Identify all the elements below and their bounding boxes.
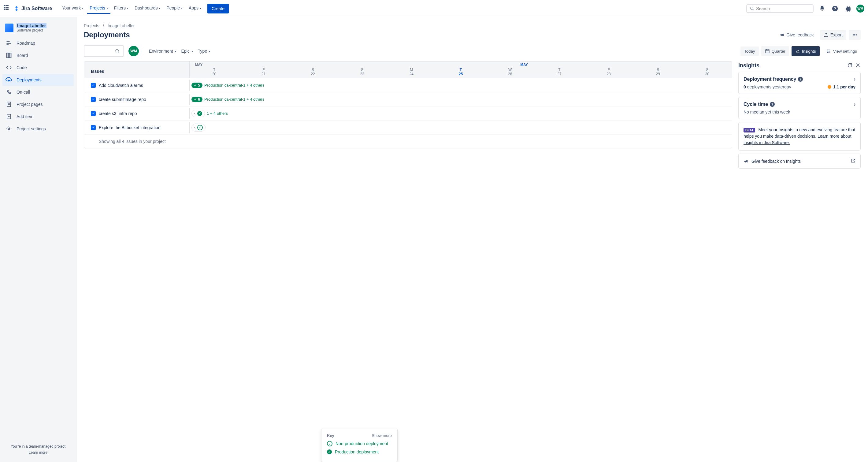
nav-projects[interactable]: Projects▾: [87, 3, 111, 14]
issue-row[interactable]: ✓create submitImage repo✓ 6Production ca…: [84, 92, 732, 106]
deploy-count-badge: ✓ 6: [191, 97, 203, 102]
check-circle-solid-icon: ✓: [197, 111, 202, 116]
date-column: S29: [633, 61, 683, 78]
issue-row[interactable]: ✓Add cloudwatch alarms✓ 5Production ca-c…: [84, 78, 732, 92]
export-button[interactable]: Export: [820, 30, 846, 40]
deployment-frequency-card[interactable]: Deployment frequency ? › 0 deployments y…: [738, 72, 861, 94]
svg-point-0: [750, 7, 753, 9]
close-icon[interactable]: [855, 62, 861, 69]
today-button[interactable]: Today: [740, 47, 759, 56]
page-title: Deployments: [84, 31, 130, 39]
filter-epic[interactable]: Epic▾: [181, 49, 193, 54]
nav-your-work[interactable]: Your work▾: [59, 3, 86, 14]
sidebar-item-project-pages[interactable]: Project pages: [2, 98, 74, 110]
chevron-down-icon: ▾: [106, 6, 108, 10]
breadcrumb-parent[interactable]: Projects: [84, 23, 99, 28]
issue-type-icon: ✓: [91, 83, 96, 88]
issue-cell: ✓Explore the Bitbucket integration: [84, 122, 190, 133]
megaphone-icon: [780, 32, 784, 37]
sidebar: ImageLabeller Software project Roadmap B…: [0, 17, 76, 462]
settings-icon[interactable]: [843, 4, 852, 13]
learn-more-link[interactable]: Learn more: [5, 450, 71, 455]
create-button[interactable]: Create: [207, 4, 229, 13]
search-box[interactable]: [746, 4, 813, 13]
sidebar-item-deployments[interactable]: Deployments: [2, 74, 74, 86]
calendar-icon: [765, 49, 770, 54]
svg-rect-6: [7, 44, 9, 45]
user-avatar[interactable]: WM: [857, 5, 864, 12]
view-settings-button[interactable]: View settings: [822, 46, 861, 56]
chevron-right-icon: ›: [854, 76, 856, 82]
sidebar-item-board[interactable]: Board: [2, 50, 74, 61]
insights-feedback-card[interactable]: Give feedback on Insights: [738, 154, 861, 168]
pages-icon: [5, 101, 12, 108]
breadcrumb-current[interactable]: ImageLabeller: [108, 23, 135, 28]
beta-info-card: BETA Meet your Insights, a new and evolv…: [738, 122, 861, 151]
filter-search[interactable]: [84, 45, 124, 57]
app-switcher-icon[interactable]: [4, 5, 11, 12]
issue-type-icon: ✓: [91, 125, 96, 130]
product-name: Jira Software: [22, 6, 52, 11]
deploy-count-badge: ✓ 5: [191, 83, 203, 88]
date-column: T27: [535, 61, 584, 78]
chevron-down-icon: ▾: [127, 6, 128, 10]
jira-icon: [13, 5, 20, 12]
chevron-down-icon: ▾: [82, 6, 84, 10]
check-circle-outline-icon: ✓: [197, 125, 203, 130]
deploy-cell: ‹✓: [190, 124, 732, 131]
quarter-button[interactable]: Quarter: [761, 46, 789, 56]
chevron-down-icon: ▾: [200, 6, 201, 10]
date-column: M24: [387, 61, 436, 78]
filter-avatar[interactable]: WM: [128, 46, 139, 56]
month-label: MAY: [195, 63, 203, 66]
sidebar-item-add-item[interactable]: Add item: [2, 111, 74, 122]
date-column: S22: [288, 61, 337, 78]
cycle-time-card[interactable]: Cycle time ? › No median yet this week: [738, 97, 861, 119]
filter-type[interactable]: Type▾: [198, 49, 210, 54]
nav-apps[interactable]: Apps▾: [186, 3, 204, 14]
insights-button[interactable]: Insights: [792, 46, 820, 56]
refresh-icon[interactable]: [847, 62, 853, 69]
chevron-right-icon: ›: [854, 101, 856, 107]
svg-point-28: [827, 52, 828, 53]
svg-line-18: [118, 52, 119, 53]
svg-rect-7: [7, 53, 8, 58]
export-icon: [824, 32, 829, 37]
nav-dashboards[interactable]: Dashboards▾: [132, 3, 163, 14]
nav-filters[interactable]: Filters▾: [112, 3, 131, 14]
breadcrumb: Projects / ImageLabeller: [84, 23, 861, 28]
sidebar-item-project-settings[interactable]: Project settings: [2, 123, 74, 134]
issue-type-icon: ✓: [91, 97, 96, 102]
search-input[interactable]: [756, 6, 810, 11]
month-label: MAY: [521, 63, 528, 66]
project-header[interactable]: ImageLabeller Software project: [2, 22, 74, 37]
give-feedback-button[interactable]: Give feedback: [776, 30, 817, 40]
issue-row[interactable]: ✓create s3_infra repo‹✓1 + 4 others: [84, 106, 732, 121]
issue-row[interactable]: ✓Explore the Bitbucket integration‹✓: [84, 121, 732, 134]
key-title: Key: [327, 433, 334, 438]
add-icon: [5, 113, 12, 120]
deploy-cell: ‹✓1 + 4 others: [190, 110, 732, 117]
sidebar-item-oncall[interactable]: On-call: [2, 86, 74, 98]
deploy-summary: Production ca-central-1 + 4 others: [204, 83, 264, 88]
issue-cell: ✓create submitImage repo: [84, 94, 190, 105]
sidebar-item-code[interactable]: Code: [2, 62, 74, 73]
svg-point-16: [8, 128, 10, 130]
jira-logo[interactable]: Jira Software: [13, 5, 52, 12]
svg-point-17: [116, 49, 118, 52]
deployments-icon: [5, 76, 12, 83]
show-more-link[interactable]: Show more: [372, 433, 392, 438]
deploy-chip[interactable]: ‹✓: [191, 124, 206, 131]
issues-header: Issues: [84, 61, 190, 78]
more-button[interactable]: •••: [849, 30, 861, 40]
project-icon: [5, 24, 13, 32]
beta-badge: BETA: [744, 128, 755, 132]
sidebar-item-roadmap[interactable]: Roadmap: [2, 37, 74, 49]
nav-people[interactable]: People▾: [164, 3, 185, 14]
help-icon[interactable]: ?: [831, 4, 839, 13]
issue-title: Explore the Bitbucket integration: [99, 125, 161, 130]
filter-environment[interactable]: Environment▾: [149, 49, 177, 54]
deploy-chip[interactable]: ‹✓: [191, 110, 205, 117]
notifications-icon[interactable]: [818, 4, 827, 13]
search-icon: [115, 49, 120, 54]
